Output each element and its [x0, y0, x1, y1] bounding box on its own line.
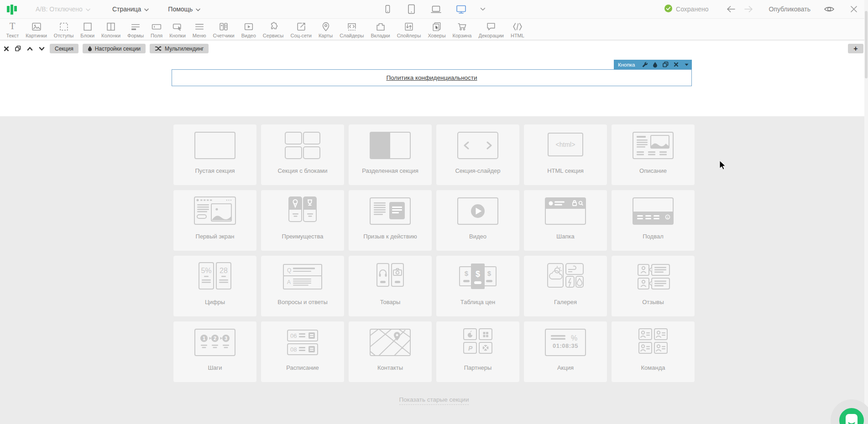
section-card-empty[interactable]: Пустая секция: [173, 124, 256, 185]
elements-toolbar: TТекстКартинкиОтступыБлокиКолонкиФормыПо…: [0, 19, 868, 40]
section-card-slider[interactable]: Секция-слайдер: [436, 124, 519, 185]
help-menu-label: Помощь: [168, 5, 193, 13]
section-card-label: Призыв к действию: [363, 233, 417, 240]
toolbar-item-video[interactable]: Видео: [238, 21, 259, 38]
section-card-blocksec[interactable]: Секция с блоками: [261, 124, 344, 185]
section-card-split[interactable]: Разделенная секция: [349, 124, 432, 185]
section-card-advantages[interactable]: Преимущества: [261, 190, 344, 251]
firstscreen-section-icon: [190, 190, 240, 232]
privacy-policy-link[interactable]: Политика конфиденциальности: [386, 74, 477, 81]
section-card-contacts[interactable]: Контакты: [349, 321, 432, 382]
toolbar-item-counters[interactable]: Счетчики: [209, 21, 238, 38]
device-more-chevron-icon[interactable]: [481, 7, 486, 11]
toolbar-item-images[interactable]: Картинки: [22, 21, 51, 38]
section-card-htmlsec[interactable]: <html>HTML секция: [524, 124, 607, 185]
toolbar-item-label: Спойлеры: [397, 33, 421, 38]
app-logo-icon[interactable]: [6, 2, 19, 16]
laptop-icon[interactable]: [430, 4, 442, 15]
move-section-up-icon[interactable]: [26, 46, 34, 52]
tab-multilanding[interactable]: Мультилендинг: [150, 44, 209, 53]
toolbar-item-text[interactable]: TТекст: [3, 21, 22, 38]
section-card-team[interactable]: Команда: [612, 321, 695, 382]
section-card-partners[interactable]: PПартнеры: [436, 321, 519, 382]
tab-section-settings[interactable]: Настройки секции: [83, 44, 146, 53]
section-card-schedule[interactable]: 0608Расписание: [261, 321, 344, 382]
scrollbar-thumb[interactable]: [865, 11, 868, 78]
undo-button[interactable]: [726, 4, 737, 15]
scrollbar[interactable]: [864, 0, 868, 424]
duplicate-icon[interactable]: [660, 60, 671, 69]
section-card-videosec[interactable]: Видео: [436, 190, 519, 251]
section-card-products[interactable]: Товары: [349, 256, 432, 316]
toolbar-item-spacing[interactable]: Отступы: [50, 21, 77, 38]
blocksec-section-icon: [277, 124, 328, 166]
section-card-label: Преимущества: [282, 233, 324, 240]
ab-test-menu[interactable]: A/B: Отключено: [36, 5, 90, 13]
toolbar-item-menu[interactable]: Меню: [189, 21, 209, 38]
duplicate-section-icon[interactable]: [14, 45, 22, 52]
desktop-icon[interactable]: [455, 4, 467, 15]
section-card-headersec[interactable]: Шапка: [524, 190, 607, 251]
toolbar-item-hovers[interactable]: Ховеры: [424, 21, 449, 38]
publish-button[interactable]: Опубликовать: [769, 5, 810, 13]
toolbar-item-label: Корзина: [453, 33, 472, 38]
phone-icon[interactable]: [383, 4, 393, 15]
section-card-steps[interactable]: 123Шаги: [173, 321, 256, 382]
tab-section[interactable]: Секция: [50, 44, 78, 53]
delete-icon[interactable]: [671, 60, 681, 69]
section-card-label: Видео: [469, 233, 486, 240]
wrench-icon[interactable]: [639, 60, 650, 69]
toolbar-item-buttons[interactable]: Кнопки: [166, 21, 189, 38]
toolbar-item-blocks[interactable]: Блоки: [77, 21, 98, 38]
preview-eye-button[interactable]: [823, 4, 835, 14]
selected-button-element[interactable]: Политика конфиденциальности: [172, 69, 692, 86]
section-card-footersec[interactable]: cПодвал: [612, 190, 695, 251]
toolbar-item-maps[interactable]: Карты: [315, 21, 336, 38]
section-card-label: Расписание: [286, 364, 319, 371]
section-card-label: Описание: [639, 167, 667, 174]
section-card-reviews[interactable]: Отзывы: [612, 256, 695, 316]
section-card-firstscreen[interactable]: Первый экран: [173, 190, 256, 251]
redo-button[interactable]: [743, 4, 754, 15]
toolbar-item-columns[interactable]: Колонки: [98, 21, 124, 38]
forms-icon: [130, 21, 141, 32]
steps-section-icon: 123: [190, 321, 240, 363]
toolbar-item-cart[interactable]: Корзина: [449, 21, 475, 38]
toolbar-item-tabs[interactable]: Вкладки: [367, 21, 393, 38]
section-card-numbers[interactable]: 5%28Цифры: [173, 256, 256, 316]
move-section-down-icon[interactable]: [38, 46, 46, 52]
close-button[interactable]: [850, 5, 858, 13]
pricetable-section-icon: $$$: [453, 256, 503, 298]
caret-down-icon[interactable]: [681, 60, 692, 69]
tablet-icon[interactable]: [406, 4, 417, 15]
help-menu[interactable]: Помощь: [168, 5, 200, 13]
headersec-section-icon: [540, 190, 591, 232]
droplet-icon[interactable]: [650, 60, 660, 69]
toolbar-item-html[interactable]: HTML: [507, 21, 528, 38]
chevron-down-icon: [86, 8, 90, 11]
section-card-pricetable[interactable]: $$$Таблица цен: [436, 256, 519, 316]
reviews-section-icon: [628, 256, 678, 298]
add-section-button[interactable]: +: [848, 44, 863, 53]
page-menu[interactable]: Страница: [112, 5, 149, 13]
section-card-promo[interactable]: %01:08:35Акция: [524, 321, 607, 382]
toolbar-item-forms[interactable]: Формы: [124, 21, 147, 38]
toolbar-item-social[interactable]: Соц-сети: [287, 21, 315, 38]
delete-section-icon[interactable]: [3, 45, 10, 52]
text-icon: T: [6, 21, 18, 32]
decorations-icon: [485, 21, 497, 32]
toolbar-item-decorations[interactable]: Декорации: [475, 21, 507, 38]
section-card-cta[interactable]: Призыв к действию: [349, 190, 432, 251]
toolbar-item-spoilers[interactable]: Спойлеры: [393, 21, 424, 38]
toolbar-item-services[interactable]: Сервисы: [259, 21, 287, 38]
section-card-label: Первый экран: [196, 233, 235, 240]
section-card-gallery[interactable]: Галерея: [524, 256, 607, 316]
section-card-faq[interactable]: QAВопросы и ответы: [261, 256, 344, 316]
chat-widget-button[interactable]: [831, 399, 868, 424]
toolbar-item-sliders[interactable]: Слайдеры: [336, 21, 367, 38]
section-card-description[interactable]: Описание: [612, 124, 695, 185]
show-old-sections-link[interactable]: Показать старые секции: [399, 396, 469, 405]
toolbar-item-fields[interactable]: Поля: [147, 21, 166, 38]
svg-text:$: $: [465, 269, 469, 277]
toolbar-item-label: Карты: [319, 33, 333, 38]
